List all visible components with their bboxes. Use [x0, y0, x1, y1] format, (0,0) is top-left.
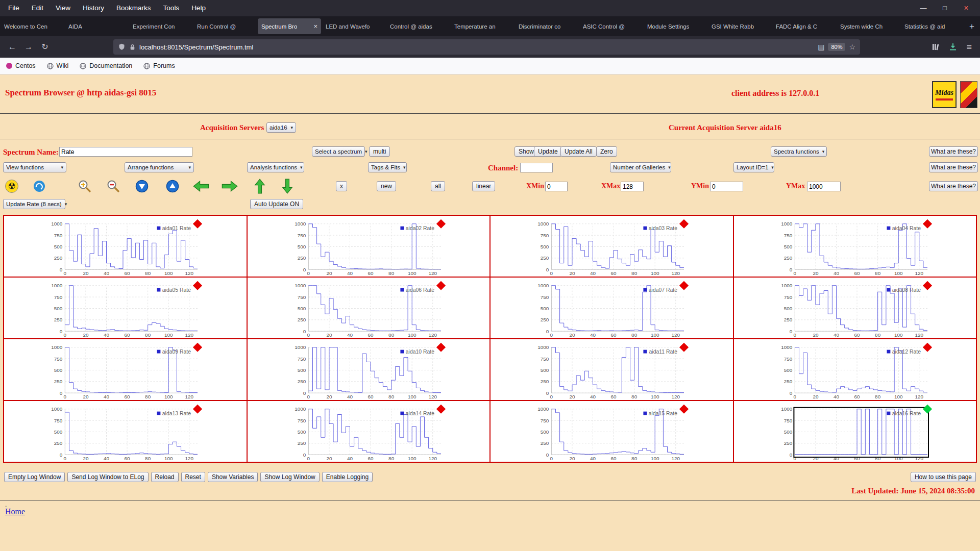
menu-history[interactable]: History — [77, 0, 110, 16]
tab-module-settings[interactable]: Module Settings — [644, 18, 707, 34]
ymax-input[interactable] — [807, 182, 841, 191]
menu-bookmarks[interactable]: Bookmarks — [110, 0, 157, 16]
menu-hamburger-icon[interactable]: ≡ — [966, 42, 972, 53]
bookmark-star-icon[interactable]: ☆ — [849, 43, 855, 51]
spectrum-chart-aida11[interactable]: 02505007501000020406080100120aida11 Rate — [490, 339, 733, 400]
spectrum-chart-aida16[interactable]: 02505007501000020406080100120aida16 Rate — [733, 400, 977, 462]
show-variables-button[interactable]: Show Variables — [208, 472, 258, 482]
zoom-in-magnifier-icon[interactable] — [78, 179, 92, 193]
reset-button[interactable]: Reset — [181, 472, 205, 482]
spectrum-chart-aida15[interactable]: 02505007501000020406080100120aida15 Rate — [490, 400, 733, 462]
tab-fadc-align-c[interactable]: FADC Align & C — [772, 18, 836, 34]
home-link[interactable]: Home — [5, 507, 25, 516]
tab-aida[interactable]: AIDA — [65, 18, 128, 34]
menu-view[interactable]: View — [50, 0, 77, 16]
analysis-functions-dropdown[interactable]: Analysis functions — [247, 162, 304, 172]
acquisition-server-select[interactable]: aida16 — [266, 122, 296, 133]
circle-down-icon[interactable] — [135, 180, 149, 193]
menu-help[interactable]: Help — [185, 0, 212, 16]
bookmark-documentation[interactable]: Documentation — [80, 62, 132, 69]
tab-statistics-aid[interactable]: Statistics @ aid — [901, 18, 964, 34]
arrange-functions-dropdown[interactable]: Arrange functions — [125, 162, 194, 172]
auto-update-button[interactable]: Auto Update ON — [250, 199, 303, 209]
circle-up-icon[interactable] — [166, 180, 179, 193]
spectrum-chart-aida01[interactable]: 02505007501000020406080100120aida01 Rate — [4, 215, 247, 277]
close-button[interactable]: × — [955, 0, 977, 16]
xmax-input[interactable] — [621, 182, 644, 191]
menu-edit[interactable]: Edit — [26, 0, 50, 16]
tags-fits-dropdown[interactable]: Tags & Fits — [368, 162, 407, 172]
tab-run-control[interactable]: Run Control @ — [193, 18, 257, 34]
view-functions-dropdown[interactable]: View functions — [3, 162, 66, 172]
spectrum-chart-aida10[interactable]: 02505007501000020406080100120aida10 Rate — [247, 339, 491, 400]
update-all-button[interactable]: Update All — [560, 146, 597, 157]
tab-discriminator-co[interactable]: Discriminator co — [515, 18, 578, 34]
how-to-use-button[interactable]: How to use this page — [911, 472, 976, 482]
tab-gsi-white-rabb[interactable]: GSI White Rabb — [708, 18, 771, 34]
maximize-button[interactable]: □ — [934, 0, 955, 16]
green-arrow-left-icon[interactable] — [193, 181, 209, 192]
zoom-out-magnifier-icon[interactable] — [106, 179, 120, 193]
downloads-icon[interactable] — [949, 43, 957, 51]
update-rate-dropdown[interactable]: Update Rate (8 secs) — [3, 199, 65, 209]
new-tab-button[interactable]: + — [965, 21, 979, 32]
spectrum-chart-aida13[interactable]: 02505007501000020406080100120aida13 Rate — [4, 400, 247, 462]
green-arrow-down-icon[interactable] — [281, 179, 293, 194]
what-are-these-button-1[interactable]: What are these? — [929, 146, 978, 157]
spectra-functions-dropdown[interactable]: Spectra functions — [771, 146, 827, 157]
reader-mode-icon[interactable]: ▤ — [818, 43, 824, 51]
spectrum-chart-aida02[interactable]: 02505007501000020406080100120aida02 Rate — [247, 215, 491, 277]
lock-icon[interactable] — [129, 43, 136, 51]
spectrum-chart-aida06[interactable]: 02505007501000020406080100120aida06 Rate — [247, 277, 491, 339]
bookmark-forums[interactable]: Forums — [143, 62, 175, 69]
enable-logging-button[interactable]: Enable Logging — [322, 472, 373, 482]
update-button[interactable]: Update — [534, 146, 562, 157]
shield-icon[interactable] — [118, 43, 126, 51]
tab-control-aidas[interactable]: Control @ aidas — [386, 18, 450, 34]
spectrum-name-input[interactable] — [59, 147, 192, 157]
forward-button[interactable]: → — [20, 40, 37, 54]
spectrum-chart-aida07[interactable]: 02505007501000020406080100120aida07 Rate — [490, 277, 733, 339]
spectrum-chart-aida03[interactable]: 02505007501000020406080100120aida03 Rate — [490, 215, 733, 277]
url-bar[interactable]: localhost:8015/Spectrum/Spectrum.tml ▤ 8… — [113, 39, 860, 55]
minimize-button[interactable]: — — [913, 0, 934, 16]
number-of-galleries-dropdown[interactable]: Number of Galleries — [610, 162, 671, 172]
tab-welcome-to-cen[interactable]: Welcome to Cen — [1, 18, 64, 34]
spectrum-chart-aida09[interactable]: 02505007501000020406080100120aida09 Rate — [4, 339, 247, 400]
channel-input[interactable] — [520, 163, 553, 172]
menu-tools[interactable]: Tools — [157, 0, 186, 16]
tab-system-wide-ch[interactable]: System wide Ch — [837, 18, 900, 34]
back-button[interactable]: ← — [4, 40, 20, 54]
reload-button[interactable]: ↻ — [37, 40, 53, 54]
new-button[interactable]: new — [377, 181, 396, 191]
library-icon[interactable] — [932, 43, 940, 51]
tab-experiment-con[interactable]: Experiment Con — [129, 18, 192, 34]
layout-id-dropdown[interactable]: Layout ID=1 — [733, 162, 774, 172]
zoom-level-badge[interactable]: 80% — [828, 43, 845, 51]
select-spectrum-dropdown[interactable]: Select a spectrum — [312, 146, 365, 157]
x-button[interactable]: x — [336, 181, 347, 191]
tab-temperature-an[interactable]: Temperature an — [451, 18, 514, 34]
send-log-window-to-elog-button[interactable]: Send Log Window to ELog — [67, 472, 148, 482]
what-are-these-button-3[interactable]: What are these? — [929, 181, 978, 191]
multi-button[interactable]: multi — [369, 146, 390, 157]
menu-file[interactable]: File — [2, 0, 26, 16]
spectrum-chart-aida04[interactable]: 02505007501000020406080100120aida04 Rate — [733, 215, 977, 277]
spectrum-chart-aida12[interactable]: 02505007501000020406080100120aida12 Rate — [733, 339, 977, 400]
reload-button[interactable]: Reload — [151, 472, 179, 482]
all-button[interactable]: all — [431, 181, 445, 191]
bookmark-centos[interactable]: Centos — [6, 62, 36, 69]
green-arrow-right-icon[interactable] — [221, 181, 238, 192]
show-log-window-button[interactable]: Show Log Window — [260, 472, 319, 482]
tab-asic-control[interactable]: ASIC Control @ — [579, 18, 643, 34]
tab-spectrum-bro[interactable]: Spectrum Bro× — [258, 18, 321, 34]
spectrum-chart-aida14[interactable]: 02505007501000020406080100120aida14 Rate — [247, 400, 491, 462]
radiation-icon[interactable]: ☢ — [5, 180, 18, 193]
ymin-input[interactable] — [710, 182, 743, 191]
green-arrow-up-icon[interactable] — [254, 179, 266, 194]
empty-log-window-button[interactable]: Empty Log Window — [4, 472, 65, 482]
linear-button[interactable]: linear — [472, 181, 495, 191]
zero-button[interactable]: Zero — [596, 146, 617, 157]
water-swirl-icon[interactable] — [33, 180, 46, 193]
what-are-these-button-2[interactable]: What are these? — [929, 162, 978, 172]
